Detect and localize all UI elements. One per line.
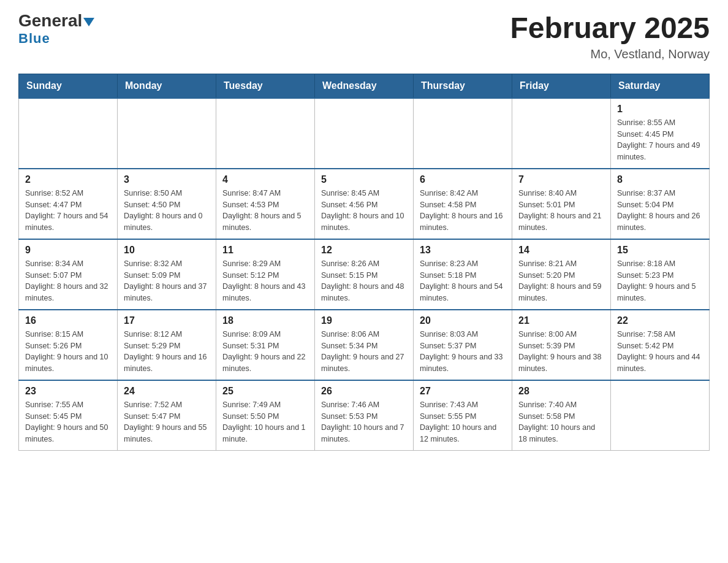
calendar-cell: 13Sunrise: 8:23 AMSunset: 5:18 PMDayligh… <box>414 239 512 310</box>
calendar-cell: 16Sunrise: 8:15 AMSunset: 5:26 PMDayligh… <box>19 310 118 380</box>
calendar-cell: 5Sunrise: 8:45 AMSunset: 4:56 PMDaylight… <box>315 169 414 239</box>
week-row-4: 23Sunrise: 7:55 AMSunset: 5:45 PMDayligh… <box>19 380 710 451</box>
calendar-cell <box>216 98 315 169</box>
calendar-cell: 6Sunrise: 8:42 AMSunset: 4:58 PMDaylight… <box>414 169 512 239</box>
logo-general: General <box>18 12 94 29</box>
calendar-cell: 17Sunrise: 8:12 AMSunset: 5:29 PMDayligh… <box>118 310 216 380</box>
day-number: 27 <box>420 386 506 397</box>
day-number: 6 <box>420 174 506 185</box>
day-info: Sunrise: 8:47 AMSunset: 4:53 PMDaylight:… <box>222 188 308 234</box>
col-saturday: Saturday <box>611 74 710 98</box>
day-number: 14 <box>518 245 604 256</box>
day-info: Sunrise: 7:40 AMSunset: 5:58 PMDaylight:… <box>518 399 604 445</box>
day-info: Sunrise: 8:42 AMSunset: 4:58 PMDaylight:… <box>420 188 506 234</box>
title-block: February 2025 Mo, Vestland, Norway <box>510 12 710 61</box>
day-number: 13 <box>420 245 506 256</box>
location-label: Mo, Vestland, Norway <box>510 47 710 61</box>
day-number: 11 <box>222 245 308 256</box>
day-number: 7 <box>518 174 604 185</box>
day-info: Sunrise: 8:50 AMSunset: 4:50 PMDaylight:… <box>124 188 210 234</box>
day-info: Sunrise: 7:43 AMSunset: 5:55 PMDaylight:… <box>420 399 506 445</box>
calendar-cell: 19Sunrise: 8:06 AMSunset: 5:34 PMDayligh… <box>315 310 414 380</box>
calendar-cell: 11Sunrise: 8:29 AMSunset: 5:12 PMDayligh… <box>216 239 315 310</box>
day-info: Sunrise: 7:52 AMSunset: 5:47 PMDaylight:… <box>124 399 210 445</box>
day-number: 17 <box>124 315 210 326</box>
day-number: 24 <box>124 386 210 397</box>
calendar-cell: 26Sunrise: 7:46 AMSunset: 5:53 PMDayligh… <box>315 380 414 451</box>
day-number: 26 <box>321 386 407 397</box>
calendar-cell: 9Sunrise: 8:34 AMSunset: 5:07 PMDaylight… <box>19 239 118 310</box>
day-info: Sunrise: 8:21 AMSunset: 5:20 PMDaylight:… <box>518 258 604 304</box>
logo-triangle-icon <box>83 18 94 26</box>
day-number: 21 <box>518 315 604 326</box>
day-info: Sunrise: 7:46 AMSunset: 5:53 PMDaylight:… <box>321 399 407 445</box>
col-tuesday: Tuesday <box>216 74 315 98</box>
day-info: Sunrise: 8:40 AMSunset: 5:01 PMDaylight:… <box>518 188 604 234</box>
calendar-cell: 15Sunrise: 8:18 AMSunset: 5:23 PMDayligh… <box>611 239 710 310</box>
day-number: 1 <box>617 104 703 115</box>
calendar-cell <box>315 98 414 169</box>
calendar-cell: 22Sunrise: 7:58 AMSunset: 5:42 PMDayligh… <box>611 310 710 380</box>
logo-blue: Blue <box>18 31 50 47</box>
day-number: 25 <box>222 386 308 397</box>
calendar-table: Sunday Monday Tuesday Wednesday Thursday… <box>18 74 710 451</box>
col-thursday: Thursday <box>414 74 512 98</box>
day-number: 2 <box>25 174 111 185</box>
day-number: 18 <box>222 315 308 326</box>
calendar-cell <box>512 98 611 169</box>
calendar-cell: 24Sunrise: 7:52 AMSunset: 5:47 PMDayligh… <box>118 380 216 451</box>
day-info: Sunrise: 8:18 AMSunset: 5:23 PMDaylight:… <box>617 258 703 304</box>
day-number: 20 <box>420 315 506 326</box>
col-friday: Friday <box>512 74 611 98</box>
calendar-header-row: Sunday Monday Tuesday Wednesday Thursday… <box>19 74 710 98</box>
day-number: 16 <box>25 315 111 326</box>
col-sunday: Sunday <box>19 74 118 98</box>
day-number: 5 <box>321 174 407 185</box>
day-info: Sunrise: 8:55 AMSunset: 4:45 PMDaylight:… <box>617 117 703 163</box>
calendar-cell: 10Sunrise: 8:32 AMSunset: 5:09 PMDayligh… <box>118 239 216 310</box>
day-number: 3 <box>124 174 210 185</box>
logo: General Blue <box>18 12 94 47</box>
day-number: 22 <box>617 315 703 326</box>
day-info: Sunrise: 8:03 AMSunset: 5:37 PMDaylight:… <box>420 329 506 375</box>
day-info: Sunrise: 7:58 AMSunset: 5:42 PMDaylight:… <box>617 329 703 375</box>
calendar-cell: 4Sunrise: 8:47 AMSunset: 4:53 PMDaylight… <box>216 169 315 239</box>
day-info: Sunrise: 8:06 AMSunset: 5:34 PMDaylight:… <box>321 329 407 375</box>
day-info: Sunrise: 8:29 AMSunset: 5:12 PMDaylight:… <box>222 258 308 304</box>
calendar-title: February 2025 <box>510 12 710 45</box>
week-row-0: 1Sunrise: 8:55 AMSunset: 4:45 PMDaylight… <box>19 98 710 169</box>
week-row-2: 9Sunrise: 8:34 AMSunset: 5:07 PMDaylight… <box>19 239 710 310</box>
calendar-cell <box>19 98 118 169</box>
calendar-cell: 3Sunrise: 8:50 AMSunset: 4:50 PMDaylight… <box>118 169 216 239</box>
calendar-cell: 2Sunrise: 8:52 AMSunset: 4:47 PMDaylight… <box>19 169 118 239</box>
page-header: General Blue February 2025 Mo, Vestland,… <box>18 12 710 61</box>
day-number: 4 <box>222 174 308 185</box>
day-info: Sunrise: 8:52 AMSunset: 4:47 PMDaylight:… <box>25 188 111 234</box>
day-info: Sunrise: 8:45 AMSunset: 4:56 PMDaylight:… <box>321 188 407 234</box>
day-number: 19 <box>321 315 407 326</box>
day-info: Sunrise: 8:09 AMSunset: 5:31 PMDaylight:… <box>222 329 308 375</box>
col-wednesday: Wednesday <box>315 74 414 98</box>
week-row-1: 2Sunrise: 8:52 AMSunset: 4:47 PMDaylight… <box>19 169 710 239</box>
calendar-cell: 20Sunrise: 8:03 AMSunset: 5:37 PMDayligh… <box>414 310 512 380</box>
calendar-cell: 28Sunrise: 7:40 AMSunset: 5:58 PMDayligh… <box>512 380 611 451</box>
calendar-cell: 25Sunrise: 7:49 AMSunset: 5:50 PMDayligh… <box>216 380 315 451</box>
day-info: Sunrise: 7:49 AMSunset: 5:50 PMDaylight:… <box>222 399 308 445</box>
calendar-cell: 18Sunrise: 8:09 AMSunset: 5:31 PMDayligh… <box>216 310 315 380</box>
day-info: Sunrise: 7:55 AMSunset: 5:45 PMDaylight:… <box>25 399 111 445</box>
col-monday: Monday <box>118 74 216 98</box>
day-number: 12 <box>321 245 407 256</box>
day-info: Sunrise: 8:37 AMSunset: 5:04 PMDaylight:… <box>617 188 703 234</box>
day-info: Sunrise: 8:26 AMSunset: 5:15 PMDaylight:… <box>321 258 407 304</box>
day-number: 10 <box>124 245 210 256</box>
calendar-cell: 12Sunrise: 8:26 AMSunset: 5:15 PMDayligh… <box>315 239 414 310</box>
calendar-cell: 23Sunrise: 7:55 AMSunset: 5:45 PMDayligh… <box>19 380 118 451</box>
calendar-cell: 1Sunrise: 8:55 AMSunset: 4:45 PMDaylight… <box>611 98 710 169</box>
calendar-cell <box>118 98 216 169</box>
day-number: 23 <box>25 386 111 397</box>
calendar-cell: 21Sunrise: 8:00 AMSunset: 5:39 PMDayligh… <box>512 310 611 380</box>
day-number: 9 <box>25 245 111 256</box>
day-info: Sunrise: 8:23 AMSunset: 5:18 PMDaylight:… <box>420 258 506 304</box>
day-info: Sunrise: 8:12 AMSunset: 5:29 PMDaylight:… <box>124 329 210 375</box>
day-info: Sunrise: 8:00 AMSunset: 5:39 PMDaylight:… <box>518 329 604 375</box>
